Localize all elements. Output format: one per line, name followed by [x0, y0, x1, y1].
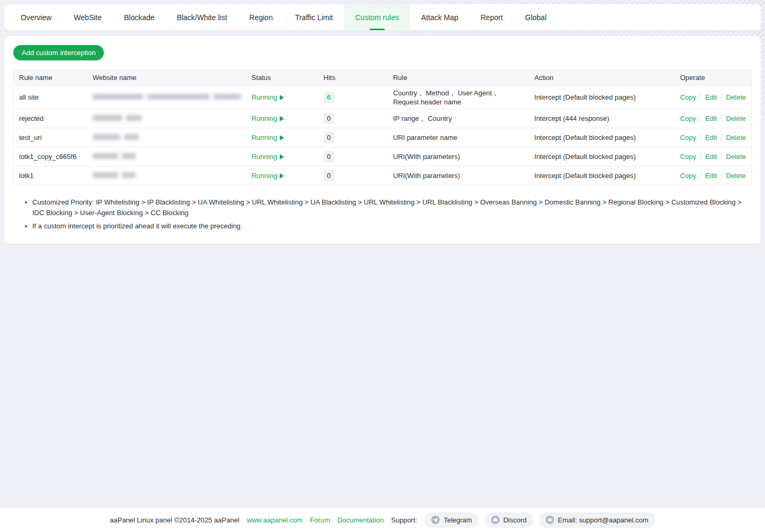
documentation-link[interactable]: Documentation [337, 516, 384, 524]
operate-cell: CopyEditDelete [675, 86, 752, 109]
hits-cell: 0 [318, 166, 388, 185]
footer: aaPanel Linux panel ©2014-2025 aaPanel w… [0, 508, 765, 532]
tab-website[interactable]: WebSite [63, 4, 113, 30]
hits-cell: 0 [318, 147, 388, 166]
rule-description: URI(With parameters) [388, 147, 529, 166]
table-row: lotk1_copy_c665f6 Running 0 URI(With par… [14, 147, 752, 166]
table-row: lotk1 Running 0 URI(With parameters) Int… [14, 166, 752, 185]
edit-link[interactable]: Edit [700, 172, 717, 180]
support-pills: Telegram Discord Email: support@aapanel.… [424, 512, 655, 528]
tab-attack-map[interactable]: Attack Map [410, 4, 469, 30]
edit-link[interactable]: Edit [700, 114, 717, 122]
status-toggle[interactable]: Running [252, 134, 284, 141]
play-icon [280, 154, 284, 159]
tab-report[interactable]: Report [469, 4, 514, 30]
custom-rules-table: Rule name Website name Status Hits Rule … [13, 69, 752, 185]
play-icon [280, 116, 284, 121]
status-label: Running [252, 134, 277, 141]
table-row: all site Running 6 Country， Method， User… [14, 86, 752, 109]
rule-name: test_uri [14, 128, 87, 147]
table-row: test_uri Running 0 URI parameter name In… [14, 128, 752, 147]
rule-description: URI(With parameters) [388, 166, 529, 185]
status-cell: Running [246, 166, 318, 185]
action-description: Intercept (444 response) [529, 109, 675, 128]
rule-description: URI parameter name [388, 128, 529, 147]
edit-link[interactable]: Edit [700, 93, 717, 101]
delete-link[interactable]: Delete [721, 153, 746, 161]
forum-link[interactable]: Forum [310, 516, 330, 524]
website-name-redacted [87, 166, 246, 185]
status-toggle[interactable]: Running [252, 153, 284, 161]
status-cell: Running [246, 109, 318, 128]
play-icon [280, 173, 284, 179]
hits-badge: 0 [324, 170, 334, 181]
col-status: Status [246, 70, 318, 86]
delete-link[interactable]: Delete [721, 134, 746, 141]
redacted-blur [93, 115, 142, 121]
website-name-redacted [87, 86, 246, 109]
hits-badge: 0 [324, 132, 334, 143]
website-name-redacted [87, 128, 246, 147]
tab-region[interactable]: Region [238, 4, 284, 30]
tab-traffic-limit[interactable]: Traffic Limit [284, 4, 344, 30]
delete-link[interactable]: Delete [721, 114, 746, 122]
operate-cell: CopyEditDelete [675, 128, 752, 147]
tab-global[interactable]: Global [514, 4, 557, 30]
redacted-blur [93, 172, 136, 178]
note-custom-intercept: If a custom intercept is prioritized ahe… [25, 221, 745, 232]
col-action: Action [529, 70, 675, 86]
col-hits: Hits [318, 70, 388, 86]
rule-description: Country， Method， User Agent， Request hea… [388, 86, 529, 109]
tab-overview[interactable]: Overview [10, 4, 63, 30]
copyright-text: aaPanel Linux panel ©2014-2025 aaPanel [110, 516, 239, 524]
redacted-blur [93, 153, 136, 159]
copy-link[interactable]: Copy [680, 134, 696, 141]
rule-description: IP range， Country [388, 109, 529, 128]
status-cell: Running [246, 86, 318, 109]
discord-button[interactable]: Discord [484, 512, 533, 528]
col-rule: Rule [388, 70, 529, 86]
status-label: Running [252, 172, 277, 180]
aapanel-site-link[interactable]: www.aapanel.com [247, 516, 303, 524]
rule-name: lotk1 [14, 166, 87, 185]
col-rule-name: Rule name [14, 70, 87, 86]
hits-cell: 0 [318, 128, 388, 147]
action-description: Intercept (Default blocked pages) [529, 147, 675, 166]
hits-badge: 0 [324, 151, 334, 162]
play-icon [280, 95, 284, 100]
col-website-name: Website name [87, 70, 246, 86]
hits-cell: 0 [318, 109, 388, 128]
copy-link[interactable]: Copy [680, 153, 696, 161]
add-custom-interception-button[interactable]: Add custom interception [13, 45, 104, 60]
operate-cell: CopyEditDelete [675, 147, 752, 166]
copy-link[interactable]: Copy [680, 93, 696, 101]
hits-cell: 6 [318, 86, 388, 109]
status-toggle[interactable]: Running [252, 114, 284, 122]
note-priority: Customized Priority: IP Whitelisting > I… [25, 197, 745, 218]
tab-custom-rules[interactable]: Custom rules [344, 4, 410, 30]
tab-blockade[interactable]: Blockade [113, 4, 166, 30]
support-label: Support: [391, 516, 417, 524]
telegram-icon [431, 516, 440, 524]
email-button[interactable]: Email: support@aapanel.com [539, 512, 655, 528]
hits-badge: 6 [324, 92, 334, 103]
table-header-row: Rule name Website name Status Hits Rule … [14, 70, 752, 86]
status-toggle[interactable]: Running [252, 93, 284, 101]
website-name-redacted [87, 109, 246, 128]
delete-link[interactable]: Delete [721, 93, 746, 101]
custom-rules-panel: Add custom interception Rule name Websit… [4, 36, 761, 244]
tab-black-white-list[interactable]: Black/White list [166, 4, 238, 30]
edit-link[interactable]: Edit [700, 153, 717, 161]
delete-link[interactable]: Delete [721, 172, 746, 180]
copy-link[interactable]: Copy [680, 172, 696, 180]
copy-link[interactable]: Copy [680, 114, 696, 122]
edit-link[interactable]: Edit [700, 134, 717, 141]
rule-name: lotk1_copy_c665f6 [14, 147, 87, 166]
status-label: Running [252, 153, 277, 161]
telegram-button[interactable]: Telegram [424, 512, 478, 528]
rule-name: rejected [14, 109, 87, 128]
action-description: Intercept (Default blocked pages) [529, 128, 675, 147]
status-toggle[interactable]: Running [252, 172, 284, 180]
top-tab-bar: Overview WebSite Blockade Black/White li… [4, 4, 761, 30]
redacted-blur [93, 94, 241, 100]
